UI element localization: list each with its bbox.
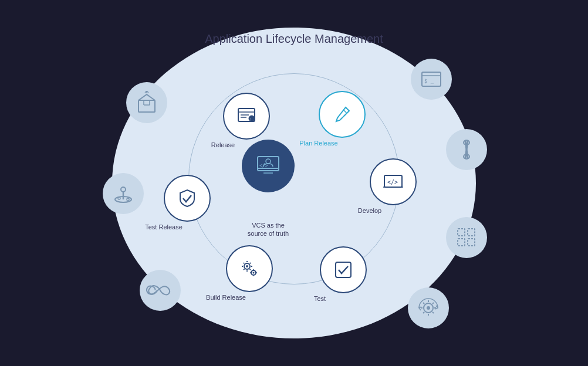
svg-line-24 — [250, 269, 251, 270]
test-release-label: Test Release — [145, 223, 183, 231]
svg-line-26 — [244, 269, 244, 270]
orbit-ring — [188, 73, 400, 284]
vcs-icon: </> — [255, 153, 281, 179]
svg-line-57 — [432, 312, 434, 313]
svg-text:</>: </> — [259, 163, 268, 168]
svg-line-12 — [343, 110, 347, 113]
svg-point-28 — [253, 272, 255, 274]
svg-rect-47 — [468, 229, 475, 236]
svg-rect-46 — [458, 229, 465, 236]
diagram-title: Application Lifecycle Management — [205, 30, 383, 47]
svg-line-56 — [423, 303, 424, 304]
release-label: Release — [211, 141, 235, 148]
develop-icon: </> — [383, 171, 404, 192]
svg-text:$ _: $ _ — [424, 78, 434, 84]
svg-line-23 — [244, 263, 244, 263]
svg-text:</>: </> — [387, 179, 398, 185]
svg-line-58 — [432, 303, 434, 304]
svg-point-62 — [121, 187, 126, 192]
svg-rect-49 — [468, 239, 475, 246]
develop-label: Develop — [358, 207, 381, 214]
svg-point-51 — [427, 306, 430, 310]
test-release-icon — [177, 188, 198, 209]
svg-text:↑: ↑ — [250, 117, 252, 121]
plan-release-label: Plan Release — [299, 140, 337, 147]
center-label: VCS as thesource of truth — [248, 221, 289, 238]
plan-release-icon — [332, 104, 353, 125]
release-icon: ↑ — [236, 106, 257, 127]
svg-line-25 — [250, 263, 251, 263]
svg-point-18 — [246, 265, 248, 267]
svg-rect-48 — [458, 239, 465, 246]
build-release-icon — [239, 258, 260, 279]
svg-point-64 — [118, 197, 120, 199]
test-label: Test — [314, 295, 326, 302]
svg-rect-16 — [336, 262, 351, 277]
test-icon — [333, 259, 354, 280]
main-container: Application Lifecycle Management </> VCS… — [0, 0, 588, 366]
svg-point-63 — [127, 198, 129, 201]
build-release-label: Build Release — [206, 294, 246, 301]
svg-line-59 — [423, 312, 424, 313]
svg-rect-33 — [138, 100, 155, 112]
